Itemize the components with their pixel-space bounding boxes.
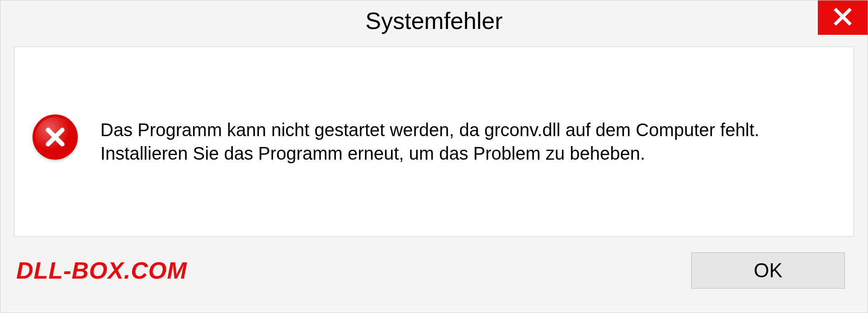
close-button[interactable] [818,0,868,35]
dialog-titlebar: Systemfehler [0,0,868,41]
error-message: Das Programm kann nicht gestartet werden… [100,118,835,165]
error-icon-container [33,114,87,169]
branding-text: DLL-BOX.COM [16,257,187,284]
dialog-footer: DLL-BOX.COM OK [0,237,868,289]
dialog-title: Systemfehler [365,7,502,34]
dialog-content: Das Programm kann nicht gestartet werden… [14,47,854,237]
error-icon [33,114,78,160]
ok-button[interactable]: OK [691,252,845,289]
close-icon [833,7,853,28]
